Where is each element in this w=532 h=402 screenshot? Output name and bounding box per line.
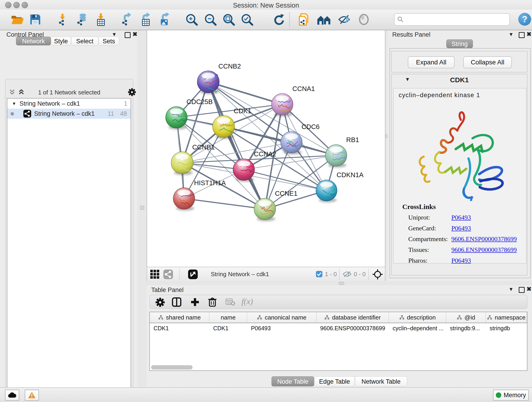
zoom-fit-icon xyxy=(222,13,235,26)
export-image-icon xyxy=(158,13,171,26)
left-splitter-handle[interactable] xyxy=(140,206,144,210)
birds-eye-crosshair-icon[interactable] xyxy=(372,269,383,280)
table-header-row[interactable]: shared namenamecanonical namedatabase id… xyxy=(150,312,527,323)
save-session-button[interactable] xyxy=(27,12,44,27)
column-header-canonicalname[interactable]: canonical name xyxy=(247,312,317,323)
column-header-id[interactable]: @id xyxy=(446,312,486,323)
network-collection-row[interactable]: ▾ String Network – cdk1 1 xyxy=(7,99,131,109)
results-panel-close-icon[interactable]: ✖ xyxy=(526,31,532,38)
table-panel-menu-icon[interactable]: ▾ xyxy=(510,286,513,293)
horizontal-splitter-handle[interactable] xyxy=(339,282,344,285)
refresh-button[interactable] xyxy=(270,12,287,27)
export-image-button[interactable] xyxy=(156,12,173,27)
column-header-description[interactable]: description xyxy=(389,312,446,323)
crosslink-value[interactable]: P06493 xyxy=(451,214,471,221)
collapse-all-button[interactable]: Collapse All xyxy=(463,56,512,68)
tab-network[interactable]: Network xyxy=(16,37,51,45)
column-header-databaseidentifier[interactable]: database identifier xyxy=(317,312,389,323)
tab-style[interactable]: Style xyxy=(51,37,71,45)
add-column-icon[interactable] xyxy=(190,297,200,307)
table-gear-icon[interactable] xyxy=(155,298,165,307)
collection-expander-icon[interactable]: ▾ xyxy=(13,101,15,107)
zoom-fit-button[interactable] xyxy=(220,12,237,27)
warning-button[interactable] xyxy=(25,390,39,401)
grid-view-icon[interactable] xyxy=(150,269,160,279)
crosslink-value[interactable]: P06493 xyxy=(451,225,471,232)
crosslink-value[interactable]: P06493 xyxy=(451,257,471,264)
table-hscrollbar[interactable] xyxy=(151,365,192,370)
hide-selected-button[interactable] xyxy=(336,12,352,27)
tab-sets[interactable]: Sets xyxy=(99,37,119,45)
right-splitter[interactable] xyxy=(385,30,388,281)
network-node-hist1h1a[interactable] xyxy=(173,188,195,211)
network-node-ccna2[interactable] xyxy=(233,159,254,182)
network-view-icon[interactable] xyxy=(163,269,173,279)
crosslink-value[interactable]: 9606.ENSP00000378699 xyxy=(451,246,517,254)
network-edge[interactable] xyxy=(184,198,265,209)
crosslink-row: Pharos: P06493 xyxy=(408,255,526,266)
tab-edge-table[interactable]: Edge Table xyxy=(314,376,355,386)
memory-button[interactable]: Memory xyxy=(493,390,529,401)
columns-icon[interactable] xyxy=(172,297,181,307)
gear-icon[interactable] xyxy=(128,88,136,96)
tree-icon xyxy=(257,315,262,320)
network-node-cdkn1a[interactable] xyxy=(316,180,337,202)
selected-checkbox-icon[interactable] xyxy=(316,271,323,278)
search-box[interactable] xyxy=(394,13,510,26)
detach-view-icon[interactable] xyxy=(188,269,198,279)
network-node-ccna1[interactable] xyxy=(272,94,293,116)
network-row-selected[interactable]: String Network – cdk1 11 48 xyxy=(7,109,131,119)
network-node-cdk1[interactable] xyxy=(213,115,234,139)
crosslink-row: GeneCard: P06493 xyxy=(408,223,526,234)
left-splitter[interactable] xyxy=(138,30,147,387)
collection-count: 1 xyxy=(124,100,127,107)
open-session-button[interactable] xyxy=(9,12,26,27)
tab-string[interactable]: String xyxy=(446,39,473,48)
memory-label: Memory xyxy=(504,392,526,399)
network-edge[interactable] xyxy=(208,82,282,104)
column-header-name[interactable]: name xyxy=(209,312,247,323)
horizontal-splitter[interactable] xyxy=(147,281,532,285)
network-node-cdc25b[interactable] xyxy=(166,107,187,129)
network-node-rb1[interactable] xyxy=(325,145,347,167)
import-table-icon xyxy=(94,13,108,26)
import-network-button[interactable] xyxy=(55,12,71,27)
import-table-button[interactable] xyxy=(93,12,109,27)
results-panel-float-icon[interactable] xyxy=(519,32,525,38)
tab-select[interactable]: Select xyxy=(71,37,99,45)
home-button[interactable] xyxy=(316,12,332,27)
network-edge[interactable] xyxy=(224,127,336,155)
tab-node-table[interactable]: Node Table xyxy=(272,376,314,386)
control-panel-float-icon[interactable] xyxy=(125,32,131,38)
column-header-namespace[interactable]: namespace xyxy=(486,312,527,323)
node-table[interactable]: shared namenamecanonical namedatabase id… xyxy=(149,312,527,371)
cloud-button[interactable] xyxy=(5,390,19,401)
table-row[interactable]: CDK1CDK1P064939606.ENSP00000378699cyclin… xyxy=(150,323,527,333)
hidden-eye-icon[interactable] xyxy=(342,271,352,278)
column-header-sharedname[interactable]: shared name xyxy=(150,312,209,323)
tab-network-table[interactable]: Network Table xyxy=(355,376,407,386)
copy-document-button[interactable] xyxy=(296,12,312,27)
search-input[interactable] xyxy=(406,16,503,23)
zoom-out-button[interactable] xyxy=(202,12,219,27)
table-panel-close-icon[interactable]: ✖ xyxy=(526,286,532,293)
node-label-ccna2: CCNA2 xyxy=(254,150,276,158)
show-all-button[interactable] xyxy=(355,12,372,27)
export-table-button[interactable] xyxy=(138,12,154,27)
export-network-button[interactable] xyxy=(119,12,135,27)
network-node-ccne1[interactable] xyxy=(254,198,276,221)
zoom-in-button[interactable] xyxy=(183,12,200,27)
expand-all-button[interactable]: Expand All xyxy=(408,56,455,68)
crosslink-value[interactable]: 9606.ENSP00000378699 xyxy=(451,235,517,243)
network-canvas[interactable]: CCNB2CCNA1CDC25BCDK1CDC6RB1CCNB1CCNA2CDK… xyxy=(147,30,385,267)
help-button[interactable]: ? xyxy=(518,13,531,26)
delete-column-icon[interactable] xyxy=(208,297,217,307)
import-network-database-button[interactable] xyxy=(74,12,90,27)
network-node-ccnb1[interactable] xyxy=(171,152,193,175)
zoom-selected-button[interactable] xyxy=(239,12,255,27)
table-panel-float-icon[interactable] xyxy=(519,287,525,293)
control-panel-close-icon[interactable]: ✖ xyxy=(133,31,138,38)
network-edge[interactable] xyxy=(208,82,265,209)
results-panel-menu-icon[interactable]: ▾ xyxy=(510,31,513,38)
zoom-in-icon xyxy=(185,13,198,26)
